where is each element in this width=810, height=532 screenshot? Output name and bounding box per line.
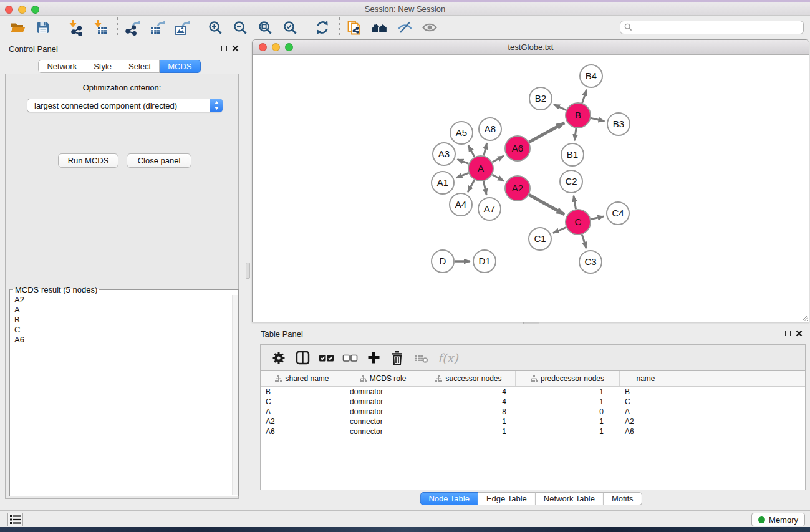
table-row[interactable]: Adominator80A [261, 407, 805, 417]
graph-node-C4[interactable]: C4 [607, 202, 629, 225]
apply-layout-button[interactable] [313, 17, 332, 37]
edge-A-A3[interactable] [457, 159, 468, 163]
edge-A-A6[interactable] [493, 156, 504, 162]
run-mcds-button[interactable]: Run MCDS [58, 153, 118, 168]
create-column-button[interactable] [363, 347, 384, 369]
select-all-button[interactable] [316, 347, 337, 369]
first-neighbors-button[interactable] [345, 17, 364, 37]
table-row[interactable]: Bdominator41B [261, 387, 805, 397]
network-window-title-bar[interactable]: testGlobe.txt [253, 40, 809, 55]
graph-node-C2[interactable]: C2 [560, 170, 582, 193]
column-header-MCDS-role[interactable]: MCDS role [344, 371, 422, 386]
edge-A-A1[interactable] [456, 173, 469, 178]
table-mode-button[interactable] [268, 347, 289, 369]
tab-motifs[interactable]: Motifs [604, 492, 642, 505]
edge-C-C1[interactable] [553, 228, 566, 233]
edge-B-B2[interactable] [554, 104, 566, 110]
edge-B-B4[interactable] [582, 90, 587, 103]
graph-node-C3[interactable]: C3 [579, 251, 602, 273]
graph-node-A7[interactable]: A7 [478, 198, 501, 220]
table-row[interactable]: A2connector11A2 [261, 417, 805, 427]
mcds-result-item[interactable]: B [10, 315, 231, 325]
graph-node-D1[interactable]: D1 [473, 250, 496, 273]
export-network-button[interactable] [123, 17, 142, 37]
graph-node-A4[interactable]: A4 [450, 193, 472, 216]
column-header-name[interactable]: name [620, 371, 672, 386]
zoom-in-button[interactable] [206, 17, 224, 37]
graph-node-A6[interactable]: A6 [505, 136, 530, 161]
mcds-result-scrollbar[interactable] [232, 295, 238, 495]
export-image-button[interactable] [173, 17, 192, 37]
mcds-result-item[interactable]: A2 [10, 295, 231, 305]
edge-A-A5[interactable] [468, 145, 475, 157]
edge-C-C4[interactable] [591, 216, 604, 220]
tab-network-table[interactable]: Network Table [536, 492, 604, 505]
export-table-button[interactable] [148, 17, 167, 37]
delete-table-button[interactable] [410, 347, 432, 369]
graph-node-B1[interactable]: B1 [561, 143, 584, 166]
save-session-button[interactable] [34, 17, 52, 37]
import-table-button[interactable] [91, 17, 110, 37]
optimization-criterion-select[interactable]: largest connected component (directed) [27, 99, 223, 112]
graph-node-B2[interactable]: B2 [529, 87, 552, 110]
show-graphics-details-button[interactable] [420, 17, 439, 37]
mcds-result-item[interactable]: C [10, 325, 231, 335]
graph-node-D[interactable]: D [432, 250, 454, 273]
edge-A6-B[interactable] [529, 123, 564, 142]
edge-A-A8[interactable] [484, 143, 487, 155]
graph-node-B4[interactable]: B4 [580, 65, 602, 87]
graph-node-A3[interactable]: A3 [433, 143, 455, 165]
vertical-splitter-grip[interactable] [246, 263, 250, 279]
edge-B-B1[interactable] [574, 128, 576, 140]
column-header-predecessor-nodes[interactable]: predecessor nodes [516, 371, 620, 386]
edge-A-A2[interactable] [493, 175, 504, 181]
graph-node-B[interactable]: B [566, 103, 591, 128]
task-history-button[interactable] [7, 513, 23, 526]
float-panel-icon[interactable] [785, 331, 791, 336]
graph-node-A[interactable]: A [468, 156, 493, 181]
graph-node-A1[interactable]: A1 [432, 172, 454, 194]
tab-node-table[interactable]: Node Table [420, 492, 478, 505]
memory-button[interactable]: Memory [751, 513, 805, 526]
edge-A-A7[interactable] [483, 181, 486, 195]
show-columns-button[interactable] [292, 347, 313, 369]
edge-A2-C[interactable] [529, 195, 564, 215]
tab-network[interactable]: Network [38, 60, 85, 73]
delete-columns-button[interactable] [387, 347, 408, 369]
mcds-result-item[interactable]: A6 [10, 335, 231, 345]
edge-A-A4[interactable] [468, 180, 475, 192]
tab-style[interactable]: Style [85, 60, 120, 73]
import-network-button[interactable] [66, 17, 85, 37]
edge-C-C3[interactable] [582, 235, 586, 248]
column-header-shared-name[interactable]: shared name [261, 371, 344, 386]
zoom-out-button[interactable] [231, 17, 249, 37]
edge-B-B3[interactable] [591, 118, 605, 121]
close-panel-icon[interactable] [232, 45, 239, 52]
network-canvas[interactable]: AA1A2A3A4A5A6A7A8BB1B2B3B4CC1C2C3C4DD1 [253, 55, 809, 322]
graph-node-A8[interactable]: A8 [479, 118, 501, 140]
deselect-all-button[interactable] [339, 347, 360, 369]
network-overview-button[interactable] [370, 17, 389, 37]
close-panel-button[interactable]: Close panel [127, 153, 191, 168]
close-panel-icon[interactable] [796, 330, 803, 337]
mcds-result-item[interactable]: A [10, 305, 231, 315]
graph-node-A5[interactable]: A5 [450, 122, 473, 144]
window-resize-grip[interactable] [801, 314, 808, 321]
float-panel-icon[interactable] [221, 46, 227, 51]
tab-edge-table[interactable]: Edge Table [478, 492, 536, 505]
edge-C-C2[interactable] [574, 196, 576, 210]
function-builder-button[interactable]: f(x) [438, 351, 458, 365]
fit-content-button[interactable] [256, 17, 274, 37]
tab-select[interactable]: Select [120, 60, 160, 73]
table-row[interactable]: Cdominator41C [261, 397, 805, 407]
zoom-selected-button[interactable] [281, 17, 299, 37]
graph-node-C[interactable]: C [566, 210, 591, 235]
graph-node-A2[interactable]: A2 [505, 176, 530, 201]
open-session-button[interactable] [9, 17, 27, 37]
tab-mcds[interactable]: MCDS [160, 60, 200, 73]
graph-node-C1[interactable]: C1 [529, 228, 551, 250]
search-input[interactable] [635, 23, 799, 32]
table-row[interactable]: A6connector11A6 [261, 427, 805, 437]
column-header-successor-nodes[interactable]: successor nodes [422, 371, 516, 386]
hide-graphics-details-button[interactable] [395, 17, 414, 37]
